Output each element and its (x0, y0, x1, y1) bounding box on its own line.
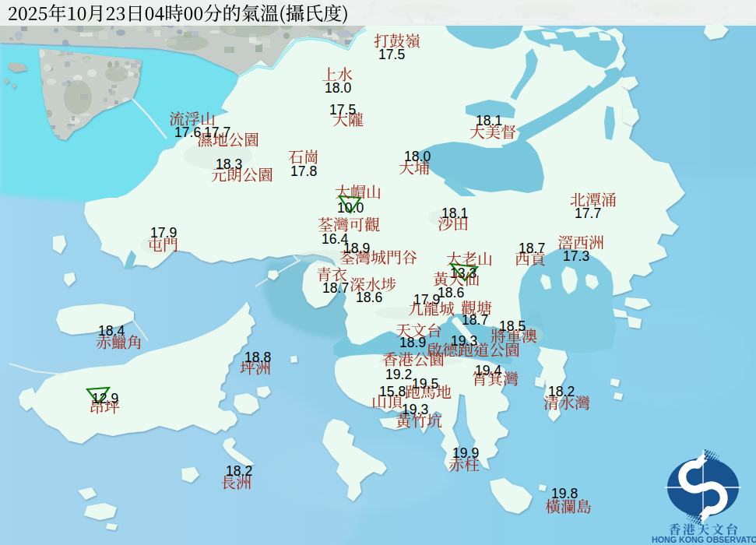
svg-text:10.0: 10.0 (337, 200, 364, 216)
svg-text:18.6: 18.6 (438, 285, 464, 301)
svg-text:13.3: 13.3 (450, 265, 476, 281)
svg-text:19.4: 19.4 (475, 363, 501, 378)
svg-text:19.9: 19.9 (452, 445, 479, 461)
svg-text:17.3: 17.3 (563, 248, 589, 264)
svg-text:17.9: 17.9 (413, 292, 440, 308)
svg-text:18.9: 18.9 (399, 335, 426, 350)
svg-text:17.7: 17.7 (204, 125, 230, 140)
svg-text:18.4: 18.4 (98, 323, 125, 339)
svg-text:18.2: 18.2 (548, 384, 575, 399)
svg-text:18.0: 18.0 (325, 80, 351, 96)
svg-text:18.3: 18.3 (216, 156, 242, 172)
svg-text:17.9: 17.9 (150, 225, 177, 241)
svg-text:19.3: 19.3 (451, 333, 477, 349)
svg-text:18.7: 18.7 (462, 312, 488, 328)
svg-text:18.2: 18.2 (226, 463, 252, 479)
svg-text:19.3: 19.3 (402, 402, 428, 417)
svg-text:15.8: 15.8 (379, 384, 406, 399)
svg-text:19.2: 19.2 (385, 367, 412, 382)
svg-text:18.1: 18.1 (476, 113, 502, 128)
svg-text:18.7: 18.7 (322, 280, 349, 296)
svg-text:12.9: 12.9 (92, 391, 118, 406)
svg-text:18.9: 18.9 (343, 241, 370, 256)
svg-text:17.6: 17.6 (174, 125, 201, 140)
svg-text:17.7: 17.7 (575, 206, 601, 221)
svg-text:18.5: 18.5 (499, 318, 526, 334)
svg-text:18.7: 18.7 (519, 241, 545, 256)
svg-text:18.8: 18.8 (244, 350, 271, 365)
svg-text:18.6: 18.6 (356, 290, 382, 305)
svg-text:HONG KONG OBSERVATORY: HONG KONG OBSERVATORY (652, 535, 756, 544)
svg-text:19.5: 19.5 (412, 376, 438, 392)
svg-text:18.1: 18.1 (441, 206, 468, 221)
svg-text:19.8: 19.8 (551, 486, 578, 501)
svg-text:17.5: 17.5 (378, 47, 405, 62)
svg-text:17.8: 17.8 (290, 164, 317, 179)
svg-text:18.0: 18.0 (404, 149, 431, 164)
svg-text:17.5: 17.5 (329, 102, 356, 118)
